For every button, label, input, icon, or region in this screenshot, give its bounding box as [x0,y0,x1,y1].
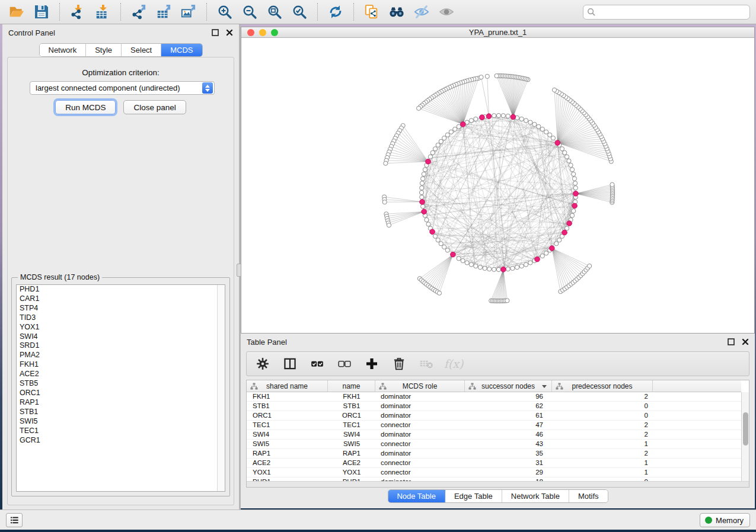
table-cell[interactable]: SWI5 [328,440,375,448]
run-mcds-button[interactable]: Run MCDS [55,100,116,114]
mcds-result-item[interactable]: STP4 [17,304,225,313]
zoom-selected-button[interactable] [289,2,310,21]
tab-motifs[interactable]: Motifs [569,490,608,502]
tab-edge-table[interactable]: Edge Table [445,490,502,502]
table-cell[interactable]: SWI4 [328,430,375,439]
table-cell[interactable]: dominator [375,392,465,401]
mcds-result-item[interactable]: FKH1 [17,360,225,370]
table-cell[interactable]: TEC1 [247,421,328,430]
tab-network[interactable]: Network [39,44,86,56]
optimization-select[interactable]: largest connected component (undirected) [30,81,215,95]
deselect-all-button[interactable] [336,355,353,373]
table-cell[interactable]: 0 [552,402,653,411]
table-cell[interactable]: YOX1 [247,468,328,477]
mcds-result-item[interactable]: PMA2 [17,351,225,360]
table-cell[interactable]: 96 [465,392,552,401]
delete-column-button[interactable] [390,355,408,373]
table-cell[interactable]: 29 [465,468,552,477]
save-session-button[interactable] [31,2,52,21]
table-cell[interactable]: ORC1 [247,411,328,420]
network-canvas[interactable] [241,39,754,333]
table-cell[interactable]: SWI5 [247,440,328,448]
table-cell[interactable]: 47 [465,421,552,430]
preview-button[interactable] [436,2,457,21]
search-input[interactable] [583,5,750,20]
column-header-name[interactable]: name [328,380,375,392]
column-header-shared-name[interactable]: shared name [247,380,328,392]
table-row[interactable]: SWI4SWI4dominator462 [247,430,741,440]
mcds-result-item[interactable]: SRD1 [17,341,225,351]
table-cell[interactable]: FKH1 [328,392,375,401]
close-panel-icon[interactable] [226,29,233,36]
table-cell[interactable]: connector [375,440,465,448]
table-row[interactable]: FKH1FKH1dominator962 [247,392,741,402]
apply-layout-button[interactable] [325,2,346,21]
table-row[interactable]: ORC1ORC1dominator610 [247,411,741,421]
table-cell[interactable]: 2 [552,392,653,401]
mcds-result-item[interactable]: SWI5 [17,417,225,427]
mcds-result-item[interactable]: RAP1 [17,398,225,408]
zoom-in-button[interactable] [214,2,235,21]
table-row[interactable]: STB1STB1dominator620 [247,402,741,411]
float-panel-icon[interactable] [728,338,735,345]
add-column-button[interactable] [363,355,381,373]
table-cell[interactable]: 1 [552,468,653,477]
table-cell[interactable]: ACE2 [247,459,328,467]
table-row[interactable]: RAP1RAP1dominator352 [247,449,741,459]
mcds-result-item[interactable]: ACE2 [17,370,225,379]
open-session-button[interactable] [6,2,27,21]
table-cell[interactable]: YOX1 [328,468,375,477]
column-header-predecessor-nodes[interactable]: predecessor nodes [552,380,653,392]
table-cell[interactable]: TEC1 [328,421,375,430]
mcds-result-item[interactable]: SWI4 [17,332,225,342]
settings-button[interactable] [254,355,272,373]
table-cell[interactable]: connector [375,459,465,467]
split-panel-button[interactable] [281,355,299,373]
table-cell[interactable]: 46 [465,430,552,439]
table-cell[interactable]: ORC1 [328,411,375,420]
mcds-result-item[interactable]: STB1 [17,408,225,417]
mcds-result-item[interactable]: TEC1 [17,427,225,436]
close-panel-button[interactable]: Close panel [123,100,186,114]
mcds-result-item[interactable]: PHD1 [17,285,225,294]
import-network-button[interactable] [67,2,88,21]
find-nodes-button[interactable] [386,2,407,21]
table-cell[interactable]: STB1 [247,402,328,411]
table-cell[interactable]: SWI4 [247,430,328,439]
table-cell[interactable]: 31 [465,459,552,467]
mcds-result-list[interactable]: PHD1CAR1STP4TID3YOX1SWI4SRD1PMA2FKH1ACE2… [16,284,225,492]
tab-node-table[interactable]: Node Table [388,490,445,502]
table-row[interactable]: SWI5SWI5connector431 [247,440,741,449]
table-cell[interactable]: RAP1 [328,449,375,458]
mcds-list-scrollbar[interactable] [217,285,225,491]
table-cell[interactable]: 43 [465,440,552,448]
network-graph[interactable] [241,39,754,334]
task-history-button[interactable] [6,513,23,527]
column-header-successor-nodes[interactable]: successor nodes [465,380,552,392]
memory-button[interactable]: Memory [700,513,750,527]
table-scrollbar-thumb[interactable] [743,412,748,446]
table-cell[interactable]: FKH1 [247,392,328,401]
import-table-button[interactable] [92,2,113,21]
table-cell[interactable]: dominator [375,449,465,458]
table-cell[interactable]: 35 [465,449,552,458]
table-scrollbar[interactable] [741,392,749,487]
table-row[interactable]: YOX1YOX1connector291 [247,468,741,477]
zoom-fit-button[interactable] [264,2,285,21]
zoom-out-button[interactable] [239,2,260,21]
column-header-MCDS-role[interactable]: MCDS role [375,380,465,392]
table-cell[interactable]: connector [375,468,465,477]
table-cell[interactable]: 61 [465,411,552,420]
select-all-button[interactable] [308,355,326,373]
network-clone-button[interactable] [361,2,382,21]
table-cell[interactable]: 2 [552,421,653,430]
table-cell[interactable]: dominator [375,402,465,411]
close-panel-icon[interactable] [742,338,749,345]
tab-select[interactable]: Select [122,44,161,56]
table-row[interactable]: TEC1TEC1connector472 [247,421,741,430]
table-cell[interactable]: 2 [552,449,653,458]
tab-style[interactable]: Style [86,44,122,56]
table-cell[interactable]: 1 [552,440,653,448]
tab-network-table[interactable]: Network Table [502,490,569,502]
table-cell[interactable]: RAP1 [247,449,328,458]
